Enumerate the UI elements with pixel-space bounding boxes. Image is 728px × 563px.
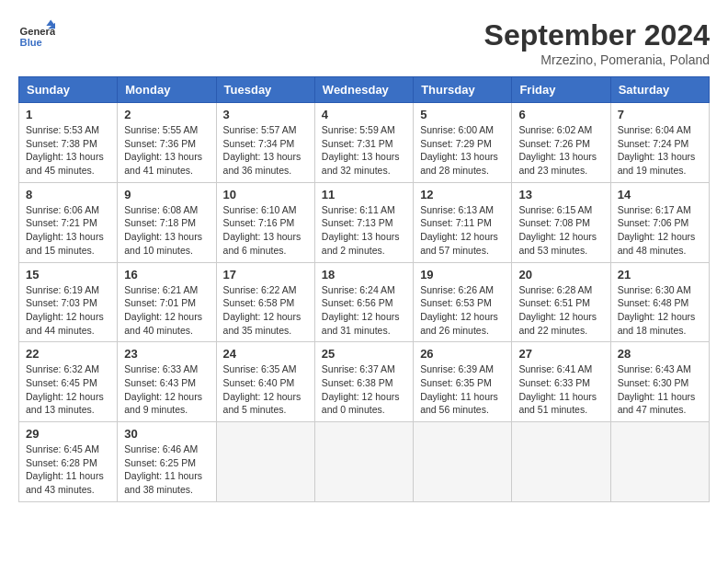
day-info: Sunrise: 6:24 AM Sunset: 6:56 PM Dayligh… <box>322 283 406 338</box>
day-number: 24 <box>223 347 308 361</box>
calendar-header-row: Sunday Monday Tuesday Wednesday Thursday… <box>19 77 710 103</box>
day-info: Sunrise: 6:13 AM Sunset: 7:11 PM Dayligh… <box>420 203 505 258</box>
day-number: 3 <box>223 108 308 121</box>
day-number: 15 <box>26 268 110 282</box>
svg-text:General: General <box>20 26 55 37</box>
day-number: 29 <box>26 427 110 441</box>
day-number: 20 <box>518 268 603 282</box>
day-number: 21 <box>618 268 702 282</box>
calendar-cell: 3Sunrise: 5:57 AM Sunset: 7:34 PM Daylig… <box>216 103 314 183</box>
calendar-cell: 17Sunrise: 6:22 AM Sunset: 6:58 PM Dayli… <box>216 262 314 342</box>
day-number: 18 <box>322 268 406 282</box>
calendar-cell: 14Sunrise: 6:17 AM Sunset: 7:06 PM Dayli… <box>610 182 709 262</box>
calendar-cell <box>512 422 610 502</box>
day-number: 10 <box>223 188 308 201</box>
day-info: Sunrise: 6:43 AM Sunset: 6:30 PM Dayligh… <box>618 362 702 417</box>
calendar-cell: 27Sunrise: 6:41 AM Sunset: 6:33 PM Dayli… <box>512 342 610 422</box>
day-number: 2 <box>124 108 209 121</box>
day-info: Sunrise: 6:45 AM Sunset: 6:28 PM Dayligh… <box>26 442 110 497</box>
day-info: Sunrise: 6:30 AM Sunset: 6:48 PM Dayligh… <box>618 283 702 338</box>
calendar-cell: 28Sunrise: 6:43 AM Sunset: 6:30 PM Dayli… <box>610 342 709 422</box>
calendar-cell: 9Sunrise: 6:08 AM Sunset: 7:18 PM Daylig… <box>118 182 216 262</box>
day-info: Sunrise: 6:37 AM Sunset: 6:38 PM Dayligh… <box>322 362 406 417</box>
day-info: Sunrise: 6:32 AM Sunset: 6:45 PM Dayligh… <box>26 362 110 417</box>
calendar-cell: 10Sunrise: 6:10 AM Sunset: 7:16 PM Dayli… <box>216 182 314 262</box>
col-friday: Friday <box>512 77 610 103</box>
day-info: Sunrise: 6:35 AM Sunset: 6:40 PM Dayligh… <box>223 362 308 417</box>
day-info: Sunrise: 6:46 AM Sunset: 6:25 PM Dayligh… <box>124 442 209 497</box>
calendar-cell <box>414 422 512 502</box>
calendar-week-row: 22Sunrise: 6:32 AM Sunset: 6:45 PM Dayli… <box>19 342 710 422</box>
day-info: Sunrise: 5:55 AM Sunset: 7:36 PM Dayligh… <box>124 123 209 178</box>
day-number: 9 <box>124 188 209 201</box>
calendar-week-row: 1Sunrise: 5:53 AM Sunset: 7:38 PM Daylig… <box>19 103 710 183</box>
calendar-week-row: 8Sunrise: 6:06 AM Sunset: 7:21 PM Daylig… <box>19 182 710 262</box>
col-wednesday: Wednesday <box>314 77 413 103</box>
calendar-cell: 5Sunrise: 6:00 AM Sunset: 7:29 PM Daylig… <box>414 103 512 183</box>
day-info: Sunrise: 6:15 AM Sunset: 7:08 PM Dayligh… <box>518 203 603 258</box>
calendar-cell: 26Sunrise: 6:39 AM Sunset: 6:35 PM Dayli… <box>414 342 512 422</box>
calendar-cell <box>610 422 709 502</box>
calendar-week-row: 29Sunrise: 6:45 AM Sunset: 6:28 PM Dayli… <box>19 422 710 502</box>
calendar-cell: 19Sunrise: 6:26 AM Sunset: 6:53 PM Dayli… <box>414 262 512 342</box>
day-number: 14 <box>618 188 702 201</box>
day-info: Sunrise: 5:57 AM Sunset: 7:34 PM Dayligh… <box>223 123 308 178</box>
day-info: Sunrise: 5:53 AM Sunset: 7:38 PM Dayligh… <box>26 123 110 178</box>
calendar-cell: 15Sunrise: 6:19 AM Sunset: 7:03 PM Dayli… <box>19 262 118 342</box>
day-number: 13 <box>518 188 603 201</box>
day-number: 4 <box>322 108 406 121</box>
day-number: 12 <box>420 188 505 201</box>
day-number: 19 <box>420 268 505 282</box>
day-info: Sunrise: 6:39 AM Sunset: 6:35 PM Dayligh… <box>420 362 505 417</box>
calendar-cell: 12Sunrise: 6:13 AM Sunset: 7:11 PM Dayli… <box>414 182 512 262</box>
calendar-week-row: 15Sunrise: 6:19 AM Sunset: 7:03 PM Dayli… <box>19 262 710 342</box>
calendar-cell: 13Sunrise: 6:15 AM Sunset: 7:08 PM Dayli… <box>512 182 610 262</box>
calendar-cell: 11Sunrise: 6:11 AM Sunset: 7:13 PM Dayli… <box>314 182 413 262</box>
day-info: Sunrise: 6:00 AM Sunset: 7:29 PM Dayligh… <box>420 123 505 178</box>
col-sunday: Sunday <box>19 77 118 103</box>
calendar-cell: 16Sunrise: 6:21 AM Sunset: 7:01 PM Dayli… <box>118 262 216 342</box>
day-info: Sunrise: 6:26 AM Sunset: 6:53 PM Dayligh… <box>420 283 505 338</box>
page-header: General Blue September 2024 Mrzezino, Po… <box>18 18 710 67</box>
col-saturday: Saturday <box>610 77 709 103</box>
logo-icon: General Blue <box>18 18 55 55</box>
day-number: 25 <box>322 347 406 361</box>
calendar-cell: 20Sunrise: 6:28 AM Sunset: 6:51 PM Dayli… <box>512 262 610 342</box>
day-info: Sunrise: 6:11 AM Sunset: 7:13 PM Dayligh… <box>322 203 406 258</box>
day-info: Sunrise: 6:19 AM Sunset: 7:03 PM Dayligh… <box>26 283 110 338</box>
calendar-cell <box>216 422 314 502</box>
calendar-cell: 1Sunrise: 5:53 AM Sunset: 7:38 PM Daylig… <box>19 103 118 183</box>
day-number: 1 <box>26 108 110 121</box>
day-info: Sunrise: 6:06 AM Sunset: 7:21 PM Dayligh… <box>26 203 110 258</box>
day-number: 30 <box>124 427 209 441</box>
calendar-cell: 8Sunrise: 6:06 AM Sunset: 7:21 PM Daylig… <box>19 182 118 262</box>
day-number: 27 <box>518 347 603 361</box>
day-number: 11 <box>322 188 406 201</box>
calendar-cell: 4Sunrise: 5:59 AM Sunset: 7:31 PM Daylig… <box>314 103 413 183</box>
calendar-table: Sunday Monday Tuesday Wednesday Thursday… <box>18 76 710 502</box>
logo: General Blue <box>18 18 61 55</box>
day-number: 17 <box>223 268 308 282</box>
svg-text:Blue: Blue <box>20 37 42 48</box>
day-number: 6 <box>518 108 603 121</box>
day-number: 26 <box>420 347 505 361</box>
calendar-cell: 23Sunrise: 6:33 AM Sunset: 6:43 PM Dayli… <box>118 342 216 422</box>
day-number: 8 <box>26 188 110 201</box>
day-info: Sunrise: 6:22 AM Sunset: 6:58 PM Dayligh… <box>223 283 308 338</box>
calendar-cell: 6Sunrise: 6:02 AM Sunset: 7:26 PM Daylig… <box>512 103 610 183</box>
calendar-cell: 25Sunrise: 6:37 AM Sunset: 6:38 PM Dayli… <box>314 342 413 422</box>
day-info: Sunrise: 6:41 AM Sunset: 6:33 PM Dayligh… <box>518 362 603 417</box>
calendar-cell: 7Sunrise: 6:04 AM Sunset: 7:24 PM Daylig… <box>610 103 709 183</box>
day-number: 28 <box>618 347 702 361</box>
calendar-cell: 30Sunrise: 6:46 AM Sunset: 6:25 PM Dayli… <box>118 422 216 502</box>
day-number: 7 <box>618 108 702 121</box>
day-info: Sunrise: 6:10 AM Sunset: 7:16 PM Dayligh… <box>223 203 308 258</box>
day-info: Sunrise: 5:59 AM Sunset: 7:31 PM Dayligh… <box>322 123 406 178</box>
calendar-cell: 18Sunrise: 6:24 AM Sunset: 6:56 PM Dayli… <box>314 262 413 342</box>
day-number: 22 <box>26 347 110 361</box>
day-info: Sunrise: 6:04 AM Sunset: 7:24 PM Dayligh… <box>618 123 702 178</box>
day-number: 5 <box>420 108 505 121</box>
day-info: Sunrise: 6:33 AM Sunset: 6:43 PM Dayligh… <box>124 362 209 417</box>
col-thursday: Thursday <box>414 77 512 103</box>
day-number: 16 <box>124 268 209 282</box>
